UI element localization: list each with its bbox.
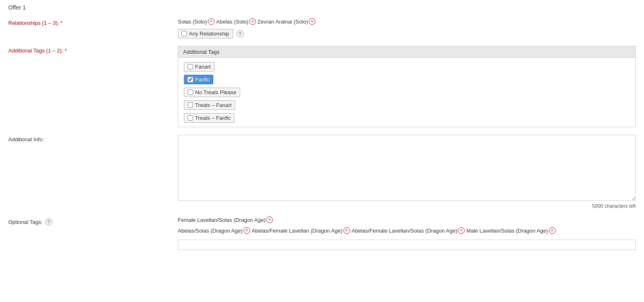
tag-remove-button[interactable]: × <box>309 18 315 25</box>
char-count: 5000 characters left <box>178 203 636 209</box>
relationship-tag: Solas (Solo)× <box>178 18 215 25</box>
tag-text: Male Lavellan/Solas (Dragon Age) <box>466 228 548 234</box>
additional-tag-checkbox-btn[interactable]: Treats – Fanfic <box>184 113 234 123</box>
optional-tag-remove-button[interactable]: × <box>343 227 350 234</box>
tag-text: Abelas/Female Lavellan (Dragon Age) <box>252 228 343 234</box>
any-relationship-checkbox-btn[interactable]: Any Relationship <box>178 29 233 38</box>
tag-remove-button[interactable]: × <box>249 18 256 25</box>
relationships-label: Relationships (1 – 3): * <box>8 18 178 26</box>
additional-tags-header: Additional Tags <box>178 46 635 58</box>
additional-tag-checkbox-btn[interactable]: Fanfic <box>184 75 213 84</box>
additional-info-textarea[interactable] <box>178 135 636 201</box>
additional-info-row: Additional Info: 5000 characters left <box>8 135 636 209</box>
additional-tags-label: Additional Tags (1 – 2): * <box>8 46 178 54</box>
any-relationship-row: Any Relationship ? <box>178 29 636 38</box>
additional-tag-checkbox-btn[interactable]: No Treats Please <box>184 88 240 97</box>
additional-tag-checkbox[interactable] <box>188 115 193 121</box>
relationships-content: Solas (Solo)×Abelas (Solo)×Zevran Araina… <box>178 18 636 38</box>
page-title: Offer 1 <box>8 4 636 11</box>
optional-tags-tags: Female Lavellan/Solas (Dragon Age)×Abela… <box>178 216 636 236</box>
additional-tag-item: No Treats Please <box>184 88 630 97</box>
additional-tag-label: Fanfic <box>195 76 210 83</box>
optional-tag-remove-button[interactable]: × <box>266 216 273 223</box>
additional-tag-label: No Treats Please <box>195 89 236 95</box>
additional-tag-item: Fanart <box>184 62 630 71</box>
additional-tag-label: Treats – Fanfic <box>195 115 231 121</box>
additional-tag-item: Fanfic <box>184 75 630 84</box>
additional-info-content: 5000 characters left <box>178 135 636 209</box>
optional-tag: Abelas/Female Lavellan/Solas (Dragon Age… <box>352 227 465 234</box>
optional-tag-remove-button[interactable]: × <box>243 227 250 234</box>
any-relationship-checkbox[interactable] <box>181 31 187 36</box>
tag-text: Abelas/Female Lavellan/Solas (Dragon Age… <box>352 228 458 234</box>
optional-tag: Female Lavellan/Solas (Dragon Age)× <box>178 216 273 223</box>
help-icon[interactable]: ? <box>236 30 244 38</box>
additional-tags-content: Additional Tags FanartFanficNo Treats Pl… <box>178 46 636 127</box>
relationship-tag: Abelas (Solo)× <box>216 18 256 25</box>
additional-info-label: Additional Info: <box>8 135 178 143</box>
additional-tag-checkbox[interactable] <box>188 90 193 95</box>
additional-tag-label: Treats – Fanart <box>195 102 231 108</box>
optional-tags-label-text: Optional Tags: <box>8 219 43 225</box>
additional-tag-label: Fanart <box>195 64 211 70</box>
tag-remove-button[interactable]: × <box>208 18 215 25</box>
additional-tags-box: Additional Tags FanartFanficNo Treats Pl… <box>178 46 636 127</box>
optional-tags-row: Optional Tags: ? Female Lavellan/Solas (… <box>8 216 636 250</box>
additional-tag-checkbox[interactable] <box>188 102 193 108</box>
tag-text: Abelas/Solas (Dragon Age) <box>178 228 243 234</box>
additional-tags-body: FanartFanficNo Treats PleaseTreats – Fan… <box>178 58 635 127</box>
optional-tag: Abelas/Female Lavellan (Dragon Age)× <box>252 227 350 234</box>
additional-tag-checkbox[interactable] <box>188 64 193 69</box>
tag-text: Solas (Solo) <box>178 19 207 25</box>
additional-tags-row: Additional Tags (1 – 2): * Additional Ta… <box>8 46 636 127</box>
relationships-row: Relationships (1 – 3): * Solas (Solo)×Ab… <box>8 18 636 38</box>
additional-tag-item: Treats – Fanart <box>184 100 630 110</box>
optional-tags-content: Female Lavellan/Solas (Dragon Age)×Abela… <box>178 216 636 250</box>
additional-tag-checkbox[interactable] <box>188 77 193 82</box>
optional-tag-remove-button[interactable]: × <box>458 227 465 234</box>
optional-tags-input[interactable] <box>178 240 636 250</box>
additional-tag-checkbox-btn[interactable]: Treats – Fanart <box>184 100 235 110</box>
relationship-tag: Zevran Arainai (Solo)× <box>258 18 315 25</box>
tag-text: Zevran Arainai (Solo) <box>258 19 308 25</box>
relationships-tags: Solas (Solo)×Abelas (Solo)×Zevran Araina… <box>178 18 636 25</box>
tag-text: Abelas (Solo) <box>216 19 248 25</box>
any-relationship-label: Any Relationship <box>189 31 229 37</box>
optional-tags-help-icon[interactable]: ? <box>45 218 52 226</box>
additional-tag-checkbox-btn[interactable]: Fanart <box>184 62 215 71</box>
optional-tag-remove-button[interactable]: × <box>549 227 556 234</box>
tag-text: Female Lavellan/Solas (Dragon Age) <box>178 217 265 223</box>
optional-tag: Male Lavellan/Solas (Dragon Age)× <box>466 227 555 234</box>
additional-tag-item: Treats – Fanfic <box>184 113 630 123</box>
optional-tag: Abelas/Solas (Dragon Age)× <box>178 227 250 234</box>
optional-tags-label-container: Optional Tags: ? <box>8 216 178 226</box>
